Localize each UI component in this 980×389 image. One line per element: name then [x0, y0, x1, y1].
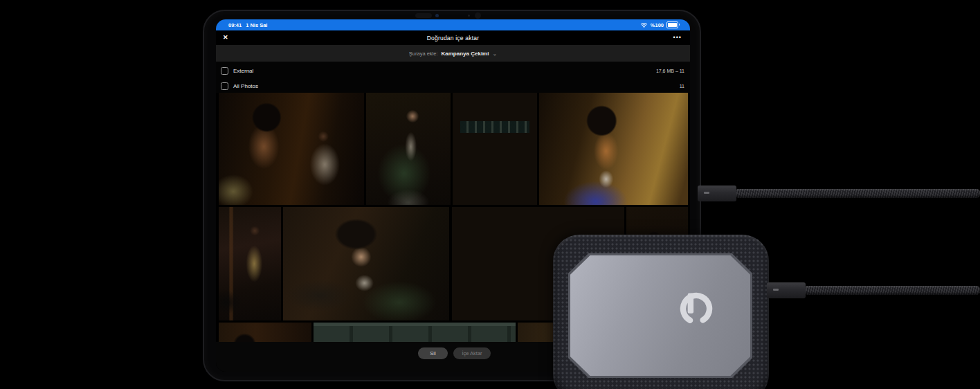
- usb-cable-to-drive: [804, 286, 980, 295]
- front-sensor-pill: [415, 13, 432, 18]
- usb-connector-drive: [767, 282, 806, 298]
- destination-label: Şuraya ekle:: [409, 51, 438, 57]
- front-camera-icon: [435, 14, 439, 17]
- import-header: ✕ Doğrudan içe aktar •••: [216, 30, 690, 45]
- scene: 09:41 1 Nis Sal %100 ✕ Doğrudan içe akta…: [0, 0, 980, 389]
- import-button[interactable]: İçe Aktar: [453, 347, 491, 359]
- ambient-sensor-icon: [468, 15, 470, 17]
- front-camera-ring: [475, 12, 481, 19]
- more-options-icon[interactable]: •••: [673, 35, 682, 41]
- checkbox-external[interactable]: [221, 67, 228, 75]
- destination-selector[interactable]: Şuraya ekle: Kampanya Çekimi ⌄: [216, 45, 690, 62]
- wifi-icon: [640, 22, 648, 28]
- page-title: Doğrudan içe aktar: [216, 35, 690, 42]
- source-detail: 11: [680, 84, 684, 89]
- source-label: All Photos: [233, 83, 258, 89]
- external-drive: [553, 235, 769, 389]
- photo-thumbnail[interactable]: [539, 93, 688, 205]
- source-detail: 17,6 MB – 11: [656, 69, 684, 73]
- source-list: External 17,6 MB – 11 All Photos 11: [216, 62, 690, 93]
- connector-mark: [773, 289, 779, 291]
- photo-thumbnail[interactable]: [453, 93, 537, 205]
- photo-thumbnail[interactable]: [219, 93, 364, 205]
- photo-thumbnail[interactable]: [219, 207, 281, 320]
- usb-connector-ipad: [698, 186, 736, 201]
- source-label: External: [233, 68, 253, 74]
- photo-thumbnail[interactable]: [314, 323, 516, 342]
- close-icon[interactable]: ✕: [223, 35, 228, 41]
- delete-button[interactable]: Sil: [418, 347, 448, 359]
- status-bar: 09:41 1 Nis Sal %100: [216, 19, 690, 30]
- usb-cable-to-ipad: [735, 189, 980, 198]
- photo-thumbnail[interactable]: [366, 93, 451, 205]
- source-row-external[interactable]: External 17,6 MB – 11: [216, 63, 690, 78]
- drive-plate: [570, 255, 750, 376]
- checkbox-all-photos[interactable]: [221, 82, 228, 90]
- source-row-all-photos[interactable]: All Photos 11: [216, 78, 690, 93]
- battery-full-icon: [666, 21, 678, 28]
- connector-mark: [704, 192, 709, 194]
- clock: 09:41: [228, 22, 242, 28]
- photo-detail: [460, 121, 529, 134]
- photo-thumbnail[interactable]: [283, 207, 449, 320]
- selected-album: Kampanya Çekimi: [442, 51, 489, 57]
- battery-percent: %100: [651, 22, 664, 28]
- date: 1 Nis Sal: [246, 22, 267, 28]
- photo-thumbnail[interactable]: [219, 323, 311, 342]
- g-technology-logo-icon: [677, 289, 716, 328]
- chevron-down-icon: ⌄: [492, 51, 497, 55]
